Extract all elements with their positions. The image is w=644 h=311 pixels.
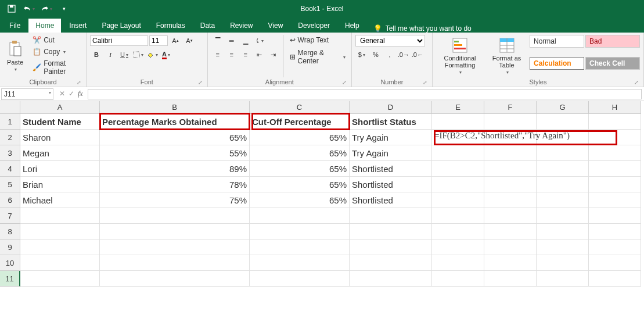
cell-B1[interactable]: Percentage Marks Obtained xyxy=(100,114,250,130)
merge-center-button[interactable]: ⊞Merge & Center xyxy=(287,48,348,66)
col-header-F[interactable]: F xyxy=(484,101,537,114)
tab-file[interactable]: File xyxy=(2,19,27,33)
cell-C2[interactable]: 65% xyxy=(250,130,350,145)
accounting-format-button[interactable]: $ xyxy=(355,49,368,60)
increase-indent-button[interactable]: ⇥ xyxy=(267,49,280,60)
decrease-indent-button[interactable]: ⇤ xyxy=(253,49,266,60)
tab-home[interactable]: Home xyxy=(28,19,61,33)
row-header-2[interactable]: 2 xyxy=(0,130,20,145)
format-painter-button[interactable]: 🖌️Format Painter xyxy=(30,58,82,77)
format-as-table-button[interactable]: Format as Table xyxy=(487,35,526,77)
row-header-3[interactable]: 3 xyxy=(0,145,20,161)
font-color-button[interactable]: A xyxy=(160,49,172,60)
comma-format-button[interactable]: , xyxy=(383,49,396,60)
row-header-9[interactable]: 9 xyxy=(0,239,20,255)
tab-review[interactable]: Review xyxy=(223,19,260,33)
tab-formulas[interactable]: Formulas xyxy=(149,19,192,33)
bold-button[interactable]: B xyxy=(90,49,103,60)
cell-H2[interactable] xyxy=(589,130,641,145)
row-header-1[interactable]: 1 xyxy=(0,114,20,130)
align-bottom-button[interactable]: ▁ xyxy=(239,35,252,47)
select-all-corner[interactable] xyxy=(0,101,20,114)
cell-B5[interactable]: 78% xyxy=(100,177,250,192)
cancel-formula-icon[interactable]: ✕ xyxy=(59,90,65,98)
align-top-button[interactable]: ▔ xyxy=(211,35,224,47)
qat-customize-icon[interactable]: ▾ xyxy=(56,2,72,16)
wrap-text-button[interactable]: ↩Wrap Text xyxy=(287,35,348,45)
underline-button[interactable]: U xyxy=(118,49,131,60)
name-box[interactable]: J11 xyxy=(1,88,53,100)
paste-button[interactable]: Paste xyxy=(3,35,27,77)
align-center-button[interactable]: ≡ xyxy=(225,49,238,60)
cell-B6[interactable]: 75% xyxy=(100,192,250,208)
decrease-decimal-button[interactable]: .0← xyxy=(411,49,424,60)
tab-view[interactable]: View xyxy=(261,19,290,33)
formula-bar[interactable] xyxy=(88,89,642,99)
cell-C5[interactable]: 65% xyxy=(250,177,350,192)
cell-C4[interactable]: 65% xyxy=(250,161,350,177)
row-header-10[interactable]: 10 xyxy=(0,255,20,271)
save-icon[interactable] xyxy=(3,2,20,16)
number-format-select[interactable]: General xyxy=(355,35,425,47)
fill-color-button[interactable] xyxy=(146,49,159,60)
col-header-C[interactable]: C xyxy=(250,101,350,114)
row-header-5[interactable]: 5 xyxy=(0,177,20,192)
cell-A4[interactable]: Lori xyxy=(20,161,100,177)
align-left-button[interactable]: ≡ xyxy=(211,49,224,60)
style-calculation[interactable]: Calculation xyxy=(530,57,584,70)
percent-format-button[interactable]: % xyxy=(369,49,382,60)
cell-B2[interactable]: 65% xyxy=(100,130,250,145)
style-check-cell[interactable]: Check Cell xyxy=(585,57,640,70)
cell-G1[interactable] xyxy=(537,114,589,130)
font-size-input[interactable] xyxy=(149,35,168,46)
fx-icon[interactable]: fx xyxy=(78,90,83,98)
increase-decimal-button[interactable]: .0→ xyxy=(397,49,410,60)
conditional-formatting-button[interactable]: Conditional Formatting xyxy=(436,35,484,77)
col-header-B[interactable]: B xyxy=(100,101,250,114)
tab-developer[interactable]: Developer xyxy=(291,19,337,33)
style-normal[interactable]: Normal xyxy=(530,35,584,48)
cell-D6[interactable]: Shortlisted xyxy=(350,192,432,208)
redo-icon[interactable] xyxy=(38,2,55,16)
cell-A1[interactable]: Student Name xyxy=(20,114,100,130)
cell-C1[interactable]: Cut-Off Percentage xyxy=(250,114,350,130)
style-bad[interactable]: Bad xyxy=(585,35,640,48)
row-header-4[interactable]: 4 xyxy=(0,161,20,177)
copy-button[interactable]: 📋Copy xyxy=(30,47,82,57)
col-header-D[interactable]: D xyxy=(350,101,432,114)
borders-button[interactable] xyxy=(132,49,145,60)
tab-insert[interactable]: Insert xyxy=(62,19,93,33)
col-header-E[interactable]: E xyxy=(432,101,484,114)
row-header-7[interactable]: 7 xyxy=(0,208,20,224)
cell-B3[interactable]: 55% xyxy=(100,145,250,161)
row-header-6[interactable]: 6 xyxy=(0,192,20,208)
cut-button[interactable]: ✂️Cut xyxy=(30,35,82,45)
cell-A6[interactable]: Michael xyxy=(20,192,100,208)
enter-formula-icon[interactable]: ✓ xyxy=(69,90,74,98)
cell-D3[interactable]: Try Again xyxy=(350,145,432,161)
cell-A3[interactable]: Megan xyxy=(20,145,100,161)
col-header-H[interactable]: H xyxy=(589,101,641,114)
tell-me[interactable]: 💡 Tell me what you want to do xyxy=(373,24,472,33)
cell-B4[interactable]: 89% xyxy=(100,161,250,177)
cell-C6[interactable]: 65% xyxy=(250,192,350,208)
align-right-button[interactable]: ≡ xyxy=(239,49,252,60)
grow-font-button[interactable]: A▴ xyxy=(169,35,182,47)
cell-D4[interactable]: Shortlisted xyxy=(350,161,432,177)
italic-button[interactable]: I xyxy=(104,49,117,60)
col-header-G[interactable]: G xyxy=(537,101,589,114)
cell-H1[interactable] xyxy=(589,114,641,130)
cell-D1[interactable]: Shortlist Status xyxy=(350,114,432,130)
cell-E2[interactable]: =IF(B2>C2,"Shortlisted","Try Again") xyxy=(432,130,484,145)
cell-C3[interactable]: 65% xyxy=(250,145,350,161)
row-header-8[interactable]: 8 xyxy=(0,224,20,239)
align-middle-button[interactable]: ═ xyxy=(225,35,238,47)
orientation-button[interactable]: ⤹ xyxy=(253,35,266,47)
tab-page-layout[interactable]: Page Layout xyxy=(95,19,147,33)
cell-D5[interactable]: Shortlisted xyxy=(350,177,432,192)
cells-area[interactable]: Student Name Percentage Marks Obtained C… xyxy=(20,114,641,287)
cell-D2[interactable]: Try Again xyxy=(350,130,432,145)
cell-A5[interactable]: Brian xyxy=(20,177,100,192)
shrink-font-button[interactable]: A▾ xyxy=(183,35,196,47)
cell-E1[interactable] xyxy=(432,114,484,130)
